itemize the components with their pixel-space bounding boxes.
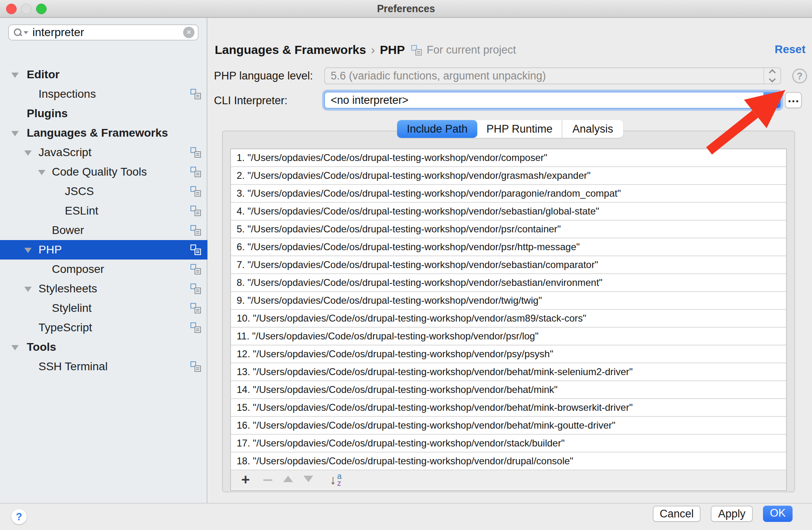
search-icon bbox=[14, 28, 22, 36]
list-toolbar: + ↓ az bbox=[231, 470, 786, 489]
window-title: Preferences bbox=[0, 0, 812, 17]
per-project-settings-icon bbox=[190, 361, 201, 372]
sidebar-item-stylelint[interactable]: Stylelint bbox=[0, 298, 207, 318]
search-input[interactable] bbox=[32, 26, 183, 39]
expand-triangle-icon[interactable] bbox=[38, 170, 45, 175]
sidebar-item-label: Bower bbox=[52, 221, 84, 240]
cancel-button[interactable]: Cancel bbox=[653, 506, 701, 522]
include-path-row[interactable]: 1. "/Users/opdavies/Code/os/drupal-testi… bbox=[231, 149, 786, 167]
sidebar-item-label: Stylesheets bbox=[38, 279, 97, 298]
breadcrumb-current: PHP bbox=[380, 43, 405, 56]
per-project-settings-icon bbox=[411, 45, 422, 56]
include-path-row[interactable]: 8. "/Users/opdavies/Code/os/drupal-testi… bbox=[231, 274, 786, 292]
sidebar-item-typescript[interactable]: TypeScript bbox=[0, 318, 207, 337]
sidebar-item-label: Plugins bbox=[27, 104, 68, 123]
expand-triangle-icon[interactable] bbox=[11, 73, 19, 78]
sidebar-item-label: Editor bbox=[27, 65, 60, 84]
per-project-settings-icon bbox=[190, 264, 201, 275]
help-button[interactable]: ? bbox=[11, 509, 27, 524]
scope-note: For current project bbox=[411, 44, 516, 56]
include-path-row[interactable]: 7. "/Users/opdavies/Code/os/drupal-testi… bbox=[231, 256, 786, 274]
include-path-row[interactable]: 13. "/Users/opdavies/Code/os/drupal-test… bbox=[231, 363, 786, 381]
apply-button[interactable]: Apply bbox=[711, 506, 753, 522]
sidebar-item-ssh-terminal[interactable]: SSH Terminal bbox=[0, 357, 207, 376]
scope-note-label: For current project bbox=[427, 44, 516, 56]
sidebar-item-plugins[interactable]: Plugins bbox=[0, 104, 207, 123]
browse-interpreters-button[interactable]: … bbox=[785, 92, 802, 108]
include-path-row[interactable]: 17. "/Users/opdavies/Code/os/drupal-test… bbox=[231, 435, 786, 453]
tab-analysis[interactable]: Analysis bbox=[562, 120, 623, 138]
expand-triangle-icon[interactable] bbox=[24, 248, 32, 253]
expand-triangle-icon[interactable] bbox=[11, 345, 19, 350]
include-path-row[interactable]: 14. "/Users/opdavies/Code/os/drupal-test… bbox=[231, 381, 786, 399]
per-project-settings-icon bbox=[190, 283, 201, 294]
search-options-caret-icon[interactable] bbox=[24, 31, 28, 34]
per-project-settings-icon bbox=[190, 89, 201, 99]
sidebar-item-label: SSH Terminal bbox=[38, 357, 108, 376]
help-icon[interactable]: ? bbox=[792, 69, 807, 84]
sidebar-item-label: Tools bbox=[27, 337, 56, 357]
expand-triangle-icon[interactable] bbox=[24, 150, 32, 156]
sidebar-item-label: Stylelint bbox=[52, 298, 92, 318]
breadcrumb-separator: › bbox=[366, 43, 380, 56]
include-path-row[interactable]: 12. "/Users/opdavies/Code/os/drupal-test… bbox=[231, 345, 786, 363]
add-path-button[interactable]: + bbox=[233, 471, 258, 488]
per-project-settings-icon bbox=[190, 225, 201, 236]
include-path-row[interactable]: 4. "/Users/opdavies/Code/os/drupal-testi… bbox=[231, 203, 786, 221]
include-path-row[interactable]: 15. "/Users/opdavies/Code/os/drupal-test… bbox=[231, 399, 786, 417]
include-path-row[interactable]: 6. "/Users/opdavies/Code/os/drupal-testi… bbox=[231, 238, 786, 256]
expand-triangle-icon[interactable] bbox=[24, 287, 32, 292]
move-down-button[interactable] bbox=[298, 476, 318, 484]
stepper-icon[interactable] bbox=[763, 92, 780, 108]
sidebar-item-label: Composer bbox=[52, 260, 104, 279]
include-path-row[interactable]: 10. "/Users/opdavies/Code/os/drupal-test… bbox=[231, 310, 786, 328]
include-path-row[interactable]: 9. "/Users/opdavies/Code/os/drupal-testi… bbox=[231, 292, 786, 310]
language-level-dropdown[interactable]: 5.6 (variadic functions, argument unpack… bbox=[324, 67, 781, 84]
sidebar-item-php[interactable]: PHP bbox=[0, 240, 207, 260]
include-path-list: 1. "/Users/opdavies/Code/os/drupal-testi… bbox=[230, 148, 787, 491]
sidebar-item-code-quality-tools[interactable]: Code Quality Tools bbox=[0, 162, 207, 182]
include-path-row[interactable]: 18. "/Users/opdavies/Code/os/drupal-test… bbox=[231, 453, 786, 470]
include-path-row[interactable]: 16. "/Users/opdavies/Code/os/drupal-test… bbox=[231, 417, 786, 435]
sidebar-item-label: ESLint bbox=[65, 201, 98, 221]
move-up-button[interactable] bbox=[278, 476, 298, 484]
cli-interpreter-value: <no interpreter> bbox=[331, 92, 759, 108]
ok-button[interactable]: OK bbox=[763, 506, 793, 522]
include-path-row[interactable]: 11. "/Users/opdavies/Code/os/drupal-test… bbox=[231, 328, 786, 345]
expand-triangle-icon[interactable] bbox=[11, 131, 19, 136]
sort-alphabetically-button[interactable]: ↓ az bbox=[330, 472, 342, 487]
sidebar-item-languages-frameworks[interactable]: Languages & Frameworks bbox=[0, 123, 207, 143]
per-project-settings-icon bbox=[190, 206, 201, 216]
sidebar-item-label: PHP bbox=[38, 240, 62, 260]
sidebar-item-composer[interactable]: Composer bbox=[0, 260, 207, 279]
per-project-settings-icon bbox=[190, 303, 201, 313]
reset-link[interactable]: Reset bbox=[775, 43, 806, 56]
cli-interpreter-dropdown[interactable]: <no interpreter> bbox=[324, 92, 781, 109]
per-project-settings-icon bbox=[190, 245, 201, 255]
per-project-settings-icon bbox=[190, 186, 201, 197]
sidebar-item-jscs[interactable]: JSCS bbox=[0, 182, 207, 201]
include-path-row[interactable]: 5. "/Users/opdavies/Code/os/drupal-testi… bbox=[231, 221, 786, 238]
sidebar-item-label: Code Quality Tools bbox=[52, 162, 147, 182]
title-bar: Preferences bbox=[0, 0, 812, 18]
remove-path-button[interactable] bbox=[258, 476, 278, 483]
settings-content: Languages & Frameworks›PHP For current p… bbox=[207, 18, 812, 503]
clear-search-icon[interactable]: ✕ bbox=[183, 27, 194, 38]
sort-arrow-icon: ↓ bbox=[330, 472, 336, 487]
tab-php-runtime[interactable]: PHP Runtime bbox=[477, 120, 562, 138]
include-path-row[interactable]: 2. "/Users/opdavies/Code/os/drupal-testi… bbox=[231, 167, 786, 185]
tab-include-path[interactable]: Include Path bbox=[397, 120, 477, 138]
sidebar-item-eslint[interactable]: ESLint bbox=[0, 201, 207, 221]
sidebar-item-label: JavaScript bbox=[38, 143, 92, 162]
sidebar-item-javascript[interactable]: JavaScript bbox=[0, 143, 207, 162]
search-field[interactable]: ✕ bbox=[8, 24, 199, 41]
preferences-window: Preferences ✕ Editor Inspections Plugins… bbox=[0, 0, 812, 530]
sidebar-item-bower[interactable]: Bower bbox=[0, 221, 207, 240]
sidebar-item-stylesheets[interactable]: Stylesheets bbox=[0, 279, 207, 298]
sidebar-item-editor[interactable]: Editor bbox=[0, 65, 207, 84]
include-path-row[interactable]: 3. "/Users/opdavies/Code/os/drupal-testi… bbox=[231, 185, 786, 203]
sidebar-item-inspections[interactable]: Inspections bbox=[0, 84, 207, 104]
sidebar-item-label: Languages & Frameworks bbox=[27, 123, 168, 143]
sidebar-item-tools[interactable]: Tools bbox=[0, 337, 207, 357]
settings-sidebar: ✕ Editor Inspections Plugins Languages &… bbox=[0, 18, 207, 503]
